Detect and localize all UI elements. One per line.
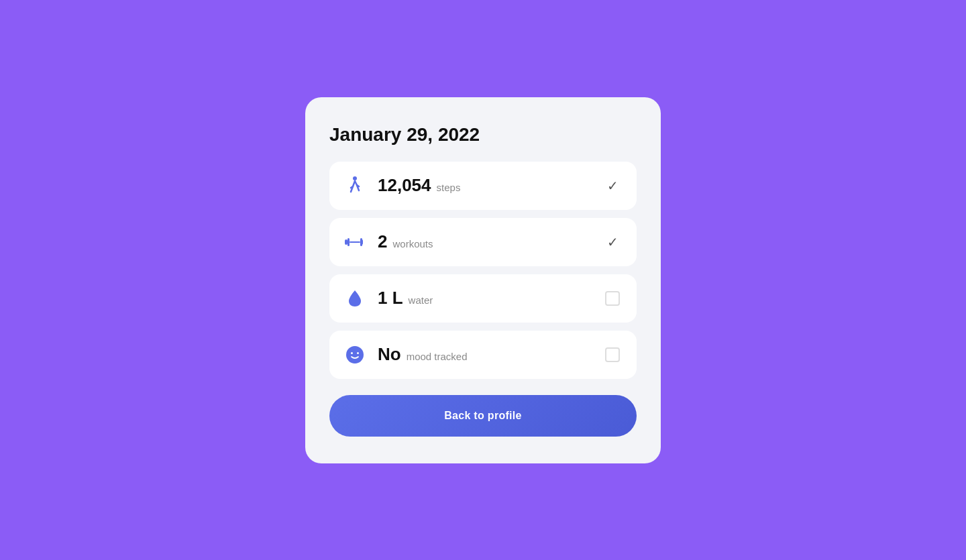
steps-row: 12,054 steps ✓ xyxy=(329,162,637,210)
metrics-list: 12,054 steps ✓ 2 workouts xyxy=(329,162,637,379)
dumbbell-icon xyxy=(344,231,366,253)
water-value: 1 L xyxy=(378,288,403,309)
mood-icon xyxy=(344,344,366,366)
steps-value-group: 12,054 steps xyxy=(378,175,591,196)
svg-rect-4 xyxy=(360,238,362,246)
water-icon xyxy=(344,288,366,309)
water-check xyxy=(603,289,622,308)
water-label: water xyxy=(409,294,433,306)
workouts-checkmark: ✓ xyxy=(607,234,619,250)
mood-check xyxy=(603,345,622,364)
mood-row: No mood tracked xyxy=(329,331,637,379)
svg-point-6 xyxy=(346,346,364,363)
workouts-value-group: 2 workouts xyxy=(378,231,591,252)
steps-value: 12,054 xyxy=(378,175,431,196)
workouts-check: ✓ xyxy=(603,233,622,251)
svg-rect-5 xyxy=(350,241,360,243)
steps-label: steps xyxy=(437,182,461,193)
back-to-profile-button[interactable]: Back to profile xyxy=(329,395,637,437)
svg-rect-2 xyxy=(347,238,350,246)
steps-checkmark: ✓ xyxy=(607,178,619,194)
workouts-row: 2 workouts ✓ xyxy=(329,218,637,266)
page-title: January 29, 2022 xyxy=(329,124,637,146)
walk-icon xyxy=(344,175,366,197)
steps-check: ✓ xyxy=(603,176,622,195)
mood-value: No xyxy=(378,344,401,365)
svg-point-7 xyxy=(351,352,353,354)
mood-empty-check xyxy=(605,347,620,362)
water-value-group: 1 L water xyxy=(378,288,591,309)
svg-point-8 xyxy=(357,352,359,354)
mood-label: mood tracked xyxy=(407,351,468,362)
workouts-value: 2 xyxy=(378,231,387,252)
main-card: January 29, 2022 12,054 steps ✓ xyxy=(305,97,661,463)
mood-value-group: No mood tracked xyxy=(378,344,591,365)
workouts-label: workouts xyxy=(392,238,433,249)
svg-rect-1 xyxy=(345,239,347,245)
svg-point-0 xyxy=(353,176,357,180)
water-row: 1 L water xyxy=(329,274,637,323)
water-empty-check xyxy=(605,291,620,306)
